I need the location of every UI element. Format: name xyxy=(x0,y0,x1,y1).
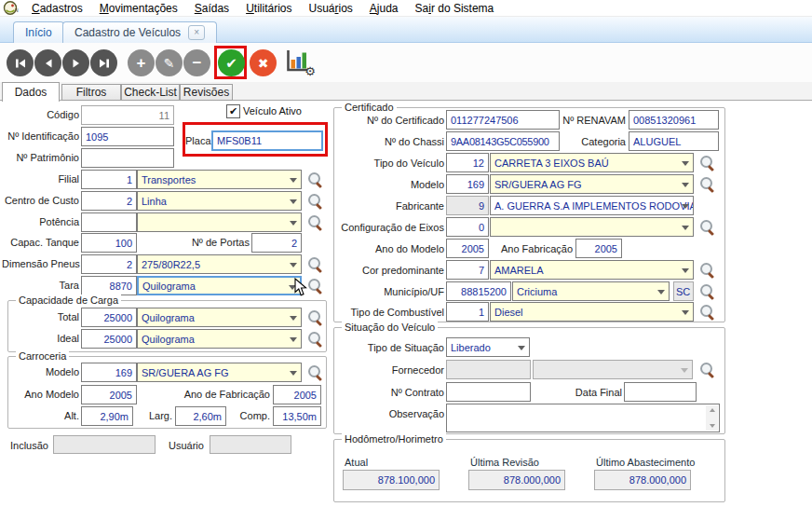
larg-field[interactable]: 2,60m xyxy=(175,406,226,426)
cor-combo[interactable]: AMARELA xyxy=(490,260,694,280)
edit-record-button[interactable]: ✎ xyxy=(156,49,183,76)
potencia-code-field[interactable] xyxy=(81,212,137,232)
cert-modelo-code-field[interactable]: 169 xyxy=(446,174,489,194)
dimensao-pneus-code-field[interactable]: 2 xyxy=(81,254,137,274)
cancel-button[interactable]: ✖ xyxy=(250,49,277,76)
tara-search-icon[interactable] xyxy=(307,278,325,295)
alt-field[interactable]: 2,90m xyxy=(81,406,133,426)
menu-movimentacoes[interactable]: Movimentações xyxy=(91,1,186,16)
filial-code-field[interactable]: 1 xyxy=(81,170,137,189)
chevron-down-icon[interactable] xyxy=(657,290,665,295)
data-final-field[interactable] xyxy=(624,382,697,402)
chevron-down-icon[interactable] xyxy=(682,226,689,230)
contrato-field[interactable] xyxy=(446,382,531,402)
tab-filtros[interactable]: Filtros xyxy=(61,84,121,101)
ideal-combo[interactable]: Quilograma xyxy=(137,329,302,349)
chevron-down-icon[interactable] xyxy=(682,310,689,315)
cert-ano-fabricacao-field[interactable]: 2005 xyxy=(575,239,622,258)
centro-custo-combo[interactable]: Linha xyxy=(137,191,302,211)
chevron-down-icon[interactable] xyxy=(290,263,297,267)
capac-tanque-field[interactable]: 100 xyxy=(81,233,137,253)
chevron-down-icon[interactable] xyxy=(518,346,525,350)
identificacao-field[interactable]: 1095 xyxy=(81,127,174,146)
patrimonio-field[interactable] xyxy=(81,148,174,168)
total-combo[interactable]: Quilograma xyxy=(137,308,302,327)
municipio-code-field[interactable]: 88815200 xyxy=(446,281,511,301)
tipo-veiculo-search-icon[interactable] xyxy=(699,155,717,172)
last-record-button[interactable] xyxy=(90,49,117,76)
portas-field[interactable]: 2 xyxy=(251,233,302,253)
cor-code-field[interactable]: 7 xyxy=(446,260,489,280)
combustivel-code-field[interactable]: 1 xyxy=(446,302,489,322)
tab-revisoes[interactable]: Revisões xyxy=(180,84,233,101)
chevron-down-icon[interactable] xyxy=(682,204,689,209)
menu-usuarios[interactable]: Usuários xyxy=(300,1,360,16)
carroceria-modelo-search-icon[interactable] xyxy=(307,364,325,382)
next-record-button[interactable] xyxy=(62,49,89,76)
total-code-field[interactable]: 25000 xyxy=(81,308,137,327)
report-chart-button[interactable]: ⚙ xyxy=(284,48,314,77)
chevron-down-icon[interactable] xyxy=(290,178,297,183)
config-eixos-combo[interactable] xyxy=(490,217,694,237)
categoria-field[interactable]: ALUGUEL xyxy=(629,131,719,151)
observacao-scrollbar[interactable] xyxy=(706,405,718,431)
menu-sair[interactable]: Sair do Sistema xyxy=(407,1,503,16)
veiculo-ativo-checkbox[interactable]: ✔ xyxy=(226,104,240,118)
combustivel-search-icon[interactable] xyxy=(699,304,717,322)
chevron-down-icon[interactable] xyxy=(290,221,297,226)
tab-dados[interactable]: Dados xyxy=(2,82,60,102)
add-record-button[interactable]: + xyxy=(128,49,155,76)
tab-checklist[interactable]: Check-List xyxy=(121,84,180,101)
tab-inicio[interactable]: Início xyxy=(13,21,64,43)
tara-combo[interactable]: Quilograma xyxy=(137,276,302,295)
municipio-search-icon[interactable] xyxy=(699,283,717,301)
chevron-down-icon[interactable] xyxy=(682,268,689,273)
tab-cadastro-veiculos[interactable]: Cadastro de Veículos × xyxy=(62,21,217,43)
first-record-button[interactable] xyxy=(7,49,34,76)
chevron-down-icon[interactable] xyxy=(290,316,297,321)
previous-record-button[interactable] xyxy=(34,49,61,76)
carroceria-modelo-combo[interactable]: SR/GUERA AG FG xyxy=(137,363,302,382)
config-eixos-search-icon[interactable] xyxy=(699,219,717,237)
ideal-code-field[interactable]: 25000 xyxy=(81,329,137,349)
dimensao-pneus-search-icon[interactable] xyxy=(307,256,325,274)
cert-ano-modelo-field[interactable]: 2005 xyxy=(446,239,489,258)
ideal-search-icon[interactable] xyxy=(307,331,325,349)
fabricante-combo[interactable]: A. GUERRA S.A IMPLEMENTOS RODOVIA xyxy=(490,196,694,215)
potencia-combo[interactable] xyxy=(137,212,302,232)
renavam-field[interactable]: 00851320961 xyxy=(629,110,719,130)
cor-search-icon[interactable] xyxy=(699,262,717,280)
centro-custo-code-field[interactable]: 2 xyxy=(81,191,137,211)
cert-modelo-search-icon[interactable] xyxy=(699,176,717,194)
config-eixos-code-field[interactable]: 0 xyxy=(446,217,489,237)
chevron-down-icon[interactable] xyxy=(290,337,297,342)
carroceria-modelo-code-field[interactable]: 169 xyxy=(81,363,137,382)
scroll-down-icon[interactable] xyxy=(710,424,715,428)
filial-search-icon[interactable] xyxy=(307,171,325,189)
filial-combo[interactable]: Transportes xyxy=(137,170,302,189)
chevron-down-icon[interactable] xyxy=(290,199,297,204)
comp-field[interactable]: 13,50m xyxy=(273,406,321,426)
observacao-textarea[interactable] xyxy=(446,404,720,432)
potencia-search-icon[interactable] xyxy=(307,214,325,232)
placa-field[interactable]: MFS0B11 xyxy=(211,130,323,151)
municipio-combo[interactable]: Criciuma xyxy=(512,281,670,301)
tipo-veiculo-combo[interactable]: CARRETA 3 EIXOS BAÚ xyxy=(490,153,694,172)
tab-close-icon[interactable]: × xyxy=(188,25,205,40)
chevron-down-icon[interactable] xyxy=(290,371,297,376)
chevron-down-icon[interactable] xyxy=(682,183,689,187)
combustivel-combo[interactable]: Diesel xyxy=(490,302,694,322)
menu-utilitarios[interactable]: Utilitários xyxy=(237,1,300,16)
fornecedor-search-icon[interactable] xyxy=(699,362,717,379)
scroll-up-icon[interactable] xyxy=(710,408,715,412)
dimensao-pneus-combo[interactable]: 275/80R22,5 xyxy=(137,254,302,274)
ano-fabricacao-field[interactable]: 2005 xyxy=(273,385,321,404)
menu-saidas[interactable]: Saídas xyxy=(186,1,237,16)
tipo-veiculo-code-field[interactable]: 12 xyxy=(446,153,489,172)
ano-modelo-field[interactable]: 2005 xyxy=(81,385,137,404)
delete-record-button[interactable]: − xyxy=(183,49,210,76)
menu-cadastros[interactable]: Cadastros xyxy=(23,1,91,16)
chevron-down-icon[interactable] xyxy=(682,161,689,166)
total-search-icon[interactable] xyxy=(307,309,325,327)
confirm-button[interactable]: ✔ xyxy=(218,49,245,76)
